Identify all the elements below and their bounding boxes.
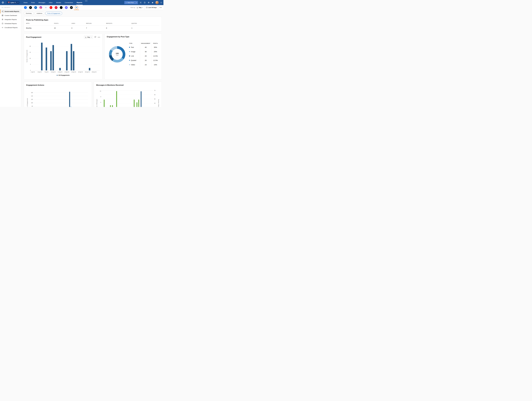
cell-quotes: 1 bbox=[132, 27, 159, 29]
y-axis-label: Number of Engagements bbox=[26, 50, 28, 62]
col-likes: LIKES bbox=[71, 23, 86, 24]
channel-pinterest-icon[interactable]: P bbox=[55, 6, 57, 9]
y-axis-label-right: Number of Mentions bbox=[158, 99, 159, 107]
brand-selector[interactable]: Z Zylker T... ▼ bbox=[7, 1, 19, 4]
channels-more-icon[interactable]: ••• bbox=[160, 6, 162, 9]
nav-posts[interactable]: Posts bbox=[29, 0, 37, 5]
legend-dot bbox=[57, 75, 57, 76]
settings-gear-icon[interactable]: ⚙ bbox=[148, 1, 150, 4]
chart-icon bbox=[137, 7, 138, 8]
series-dot bbox=[129, 47, 130, 48]
publishing-apps-table: APPS POSTS LIKES REPLIES REPOSTS QUOTES … bbox=[26, 23, 159, 31]
announcement-icon[interactable] bbox=[152, 1, 154, 4]
donut-total-label: Total bbox=[116, 55, 118, 56]
row-quoted: Quoted bbox=[128, 58, 140, 62]
channel-youtube-icon[interactable]: ▶ bbox=[50, 6, 52, 9]
series-dot bbox=[129, 60, 130, 61]
donut-total: 133 bbox=[116, 53, 119, 55]
apps-grid-icon[interactable] bbox=[160, 2, 162, 3]
sidebar-item-label: Social media Reports bbox=[5, 11, 19, 12]
sidebar-item-integration-reports[interactable]: Integration Reports bbox=[0, 18, 21, 21]
y-axis-label-left: Number of Messages bbox=[96, 99, 97, 107]
cell-engagement: 23 bbox=[140, 62, 151, 67]
channel-google-business-icon[interactable]: G bbox=[44, 6, 47, 9]
activity-list-icon[interactable] bbox=[140, 1, 142, 4]
nav-monitor[interactable]: Monitor bbox=[54, 0, 63, 5]
post-type-table: TYPE ENGAGEMENT POST% Text 40 35% Image … bbox=[128, 42, 159, 67]
reports-content: Summary Audience Posts & Engagement Post… bbox=[21, 10, 164, 107]
new-post-dropdown[interactable]: ▼ bbox=[135, 1, 138, 4]
cell-posts: 22 bbox=[54, 27, 71, 29]
messages-mentions-card: Messages & Mentions Received Number of M… bbox=[94, 82, 162, 107]
series-dot bbox=[129, 51, 130, 52]
row-image: Image bbox=[128, 49, 140, 54]
app-logo-icon[interactable] bbox=[1, 1, 4, 4]
channel-linkedin-icon[interactable]: in bbox=[34, 6, 37, 9]
sidebar-item-crossbrand-reports[interactable]: CrossBrand Reports bbox=[0, 25, 21, 30]
tab-audience[interactable]: Audience bbox=[35, 12, 44, 15]
nav-messages[interactable]: Messages bbox=[37, 0, 47, 5]
card-title: Engagement Actions bbox=[26, 84, 89, 86]
new-post-button[interactable]: +New Post ▼ bbox=[124, 1, 138, 4]
engagement-actions-chart: Number of Engagements 16014012010080 bbox=[26, 89, 89, 107]
nav-inbox[interactable]: Inbox bbox=[47, 0, 54, 5]
col-quotes: QUOTES bbox=[132, 23, 159, 24]
channel-mastodon-icon[interactable]: m bbox=[65, 6, 68, 9]
sidebar-item-social-media-reports[interactable]: Social media Reports bbox=[0, 9, 21, 13]
col-posts: POSTS bbox=[54, 23, 71, 24]
channel-facebook-icon[interactable]: f bbox=[24, 6, 27, 9]
chart-legend: 133 Engagements bbox=[26, 74, 100, 76]
sidebar-item-label: CrossBrand Reports bbox=[5, 27, 18, 28]
dashboard-icon bbox=[2, 15, 3, 16]
chart-view-by-select[interactable]: Day ▼ bbox=[84, 36, 93, 39]
cell-engagement: 20 bbox=[140, 54, 151, 58]
view-by-label: View by: bbox=[130, 7, 135, 8]
row-text: Text bbox=[128, 45, 140, 49]
pulse-icon bbox=[2, 27, 3, 28]
main-nav: Home Posts Messages Inbox Monitor Connec… bbox=[22, 0, 89, 5]
cell-app: BlueSky bbox=[26, 27, 54, 29]
tab-posts-engagement[interactable]: Posts & Engagement bbox=[45, 12, 62, 15]
channel-x-icon[interactable]: 𝕏 bbox=[29, 6, 32, 9]
channel-tiktok-icon[interactable]: ♪ bbox=[60, 6, 63, 9]
sliders-icon bbox=[2, 19, 3, 20]
engagement-actions-card: Engagement Actions Number of Engagements… bbox=[24, 82, 92, 107]
card-title: Messages & Mentions Received bbox=[96, 84, 159, 86]
export-icon[interactable] bbox=[94, 36, 96, 38]
card-more-icon[interactable]: ••• bbox=[98, 36, 100, 38]
sidebar-item-label: Custom Dashboard bbox=[5, 15, 17, 16]
report-tabs: Summary Audience Posts & Engagement bbox=[24, 12, 162, 15]
channel-instagram-icon[interactable] bbox=[39, 6, 42, 9]
sidebar-item-label: Integration Reports bbox=[5, 19, 17, 20]
engagement-by-post-type-card: Engagement by Post Type 133 Total TY bbox=[105, 33, 162, 80]
posts-by-publishing-apps-card: Posts by Publishing Apps APPS POSTS LIKE… bbox=[24, 17, 162, 31]
tab-summary[interactable]: Summary bbox=[24, 12, 34, 15]
user-avatar[interactable] bbox=[155, 1, 159, 4]
y-axis-label: Number of Engagements bbox=[27, 98, 28, 107]
nav-home[interactable]: Home bbox=[22, 0, 29, 5]
col-type: TYPE bbox=[128, 42, 140, 45]
channel-bluesky-icon-active[interactable] bbox=[75, 6, 78, 9]
nav-overflow-icon[interactable]: ••• bbox=[84, 0, 89, 5]
cell-post-pct: 12.5% bbox=[151, 54, 159, 58]
nav-reports[interactable]: Reports bbox=[75, 0, 84, 5]
card-title: Post Engagement bbox=[26, 36, 41, 38]
cell-post-pct: 15% bbox=[151, 62, 159, 67]
col-engagement: ENGAGEMENT bbox=[140, 42, 151, 45]
date-range-select[interactable]: Last 30 Days bbox=[146, 7, 157, 8]
col-replies: REPLIES bbox=[86, 23, 106, 24]
view-by-select[interactable]: Day ▼ bbox=[137, 7, 143, 8]
cell-likes: 3 bbox=[71, 27, 86, 29]
sidebar-item-scheduled-reports[interactable]: Scheduled Reports bbox=[0, 21, 21, 25]
brand-name: Zylker T... bbox=[10, 2, 17, 3]
channel-threads-icon[interactable]: @ bbox=[70, 6, 73, 9]
sidebar-item-custom-dashboard[interactable]: Custom Dashboard bbox=[0, 13, 21, 18]
sidebar-section-label: ALL REPORTS bbox=[0, 7, 21, 8]
notifications-bell-icon[interactable] bbox=[144, 1, 146, 4]
cell-replies: 7 bbox=[86, 27, 106, 29]
cell-reposts: 0 bbox=[106, 27, 131, 29]
post-engagement-card: Post Engagement Day ▼ ••• bbox=[24, 33, 102, 80]
plus-icon: + bbox=[126, 2, 127, 4]
card-title: Posts by Publishing Apps bbox=[26, 19, 159, 21]
nav-connections[interactable]: Connections bbox=[63, 0, 75, 5]
